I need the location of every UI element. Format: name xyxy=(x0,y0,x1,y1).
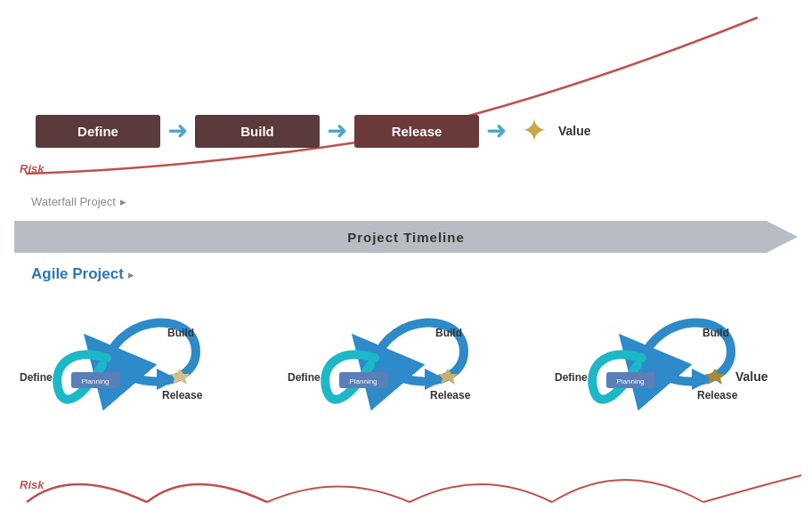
build-block: Build xyxy=(195,115,320,148)
svg-text:Planning: Planning xyxy=(349,377,377,385)
svg-text:Value: Value xyxy=(735,369,768,384)
value-star: ✦ xyxy=(521,112,548,150)
timeline-arrow: Project Timeline xyxy=(14,221,798,253)
agile-cycle-1: Define Planning Build Release xyxy=(9,294,268,423)
release-block: Release xyxy=(354,115,479,148)
cycle-1-diagram: Define Planning Build Release xyxy=(9,294,240,423)
agile-project-label: Agile Project ▸ xyxy=(31,265,134,283)
cycle-1-svg: Define Planning Build Release xyxy=(9,294,240,423)
svg-text:Planning: Planning xyxy=(617,377,645,385)
agile-cycles: Define Planning Build Release xyxy=(9,294,803,423)
agile-cycle-3: Define Planning Build Release Value xyxy=(544,294,803,423)
agile-cycle-2: Define Planning Build Release xyxy=(277,294,536,423)
svg-text:Release: Release xyxy=(430,389,471,402)
risk-label-bottom: Risk xyxy=(20,478,44,491)
arrow-3: ➜ xyxy=(486,118,507,143)
svg-text:Release: Release xyxy=(162,389,203,402)
cycle-2-svg: Define Planning Build Release xyxy=(277,294,508,423)
cycle-3-diagram: Define Planning Build Release Value xyxy=(544,294,802,423)
define-block: Define xyxy=(36,115,160,148)
arrow-2: ➜ xyxy=(327,118,347,143)
svg-text:Build: Build xyxy=(167,327,194,339)
svg-text:Build: Build xyxy=(435,327,462,339)
waterfall-blocks: Define ➜ Build ➜ Release ➜ ✦ Value xyxy=(36,112,591,150)
cycle-2-diagram: Define Planning Build Release xyxy=(277,294,508,423)
svg-text:Define: Define xyxy=(555,371,588,384)
timeline-container: Project Timeline xyxy=(0,221,812,253)
waterfall-risk-curve xyxy=(0,0,812,178)
agile-risk-curve xyxy=(0,440,812,511)
waterfall-project-label: Waterfall Project ▸ xyxy=(31,192,126,210)
risk-label-top: Risk xyxy=(20,162,44,175)
svg-text:Release: Release xyxy=(697,389,738,402)
svg-text:Build: Build xyxy=(702,327,729,339)
svg-text:Define: Define xyxy=(20,371,53,384)
arrow-1: ➜ xyxy=(167,118,188,143)
value-label: Value xyxy=(558,124,591,138)
timeline-label: Project Timeline xyxy=(347,230,465,245)
svg-text:Planning: Planning xyxy=(81,377,109,385)
svg-text:Define: Define xyxy=(288,371,321,384)
cycle-3-svg: Define Planning Build Release Value xyxy=(544,294,802,423)
